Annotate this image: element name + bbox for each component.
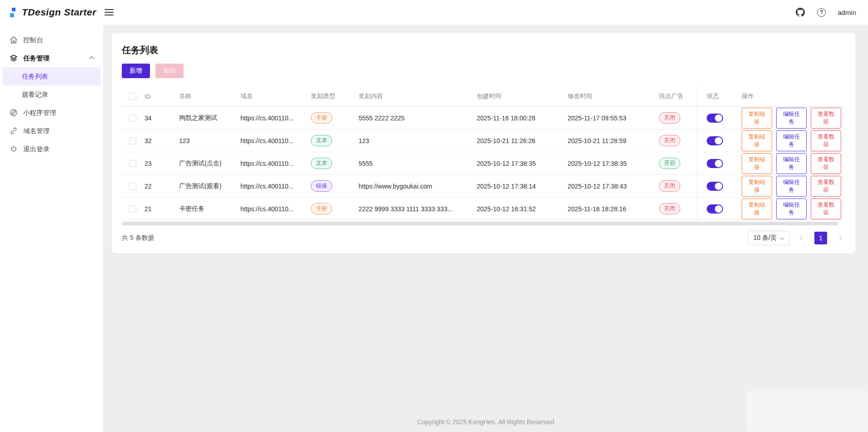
cell-id: 32	[145, 129, 179, 152]
copy-link-button[interactable]: 复制链接	[742, 153, 772, 174]
reward-type-tag: 卡密	[311, 112, 332, 123]
force-ad-tag: 关闭	[659, 112, 680, 123]
col-name: 名称	[179, 86, 240, 106]
page-number-button[interactable]: 1	[814, 232, 827, 244]
cell-modified: 2025-11-18 18:28:16	[568, 198, 659, 220]
chevron-right-icon	[837, 235, 842, 240]
edit-task-button[interactable]: 编辑任务	[776, 199, 807, 219]
collapse-menu-icon[interactable]	[105, 9, 114, 15]
table-row: 32 123 https://cs.400110... 文本 123 2025-…	[122, 129, 845, 152]
chevron-left-icon	[799, 235, 804, 240]
cell-name: 广告测试(点击)	[179, 152, 240, 174]
cell-id: 22	[145, 175, 179, 197]
view-data-button[interactable]: 查看数据	[811, 108, 841, 129]
view-data-button[interactable]: 查看数据	[811, 176, 841, 197]
github-icon[interactable]	[795, 7, 805, 17]
sidebar-item-watch-records[interactable]: 观看记录	[3, 85, 100, 104]
col-actions: 操作	[742, 86, 845, 106]
total-count: 共 5 条数据	[122, 234, 155, 242]
force-ad-tag: 关闭	[659, 180, 680, 191]
cell-created: 2025-10-12 17:38:35	[477, 152, 568, 174]
chevron-up-icon	[89, 56, 94, 61]
sidebar-item-label: 小程序管理	[23, 109, 56, 117]
toolbar: 新增 删除	[122, 64, 845, 78]
pagination-bar: 共 5 条数据 10 条/页 1	[122, 231, 845, 245]
view-data-button[interactable]: 查看数据	[811, 153, 841, 174]
sidebar-item-miniprogram[interactable]: 小程序管理	[0, 104, 103, 122]
row-checkbox[interactable]	[129, 114, 136, 122]
copy-link-button[interactable]: 复制链接	[742, 176, 772, 197]
cell-created: 2025-10-12 16:31:52	[477, 198, 568, 220]
page-size-value: 10 条/页	[753, 234, 777, 242]
view-data-button[interactable]: 查看数据	[811, 199, 841, 219]
status-switch[interactable]	[707, 182, 723, 191]
screenshot-artifact-overlay	[746, 391, 868, 432]
edit-task-button[interactable]: 编辑任务	[776, 176, 807, 197]
copy-link-button[interactable]: 复制链接	[742, 199, 772, 219]
cell-domain: https://cs.400110...	[240, 175, 311, 197]
table-row: 23 广告测试(点击) https://cs.400110... 文本 5555…	[122, 152, 845, 175]
logo-mark-icon	[9, 6, 16, 18]
add-button[interactable]: 新增	[122, 64, 150, 78]
status-switch[interactable]	[707, 114, 723, 123]
cell-reward-content: 123	[359, 129, 477, 152]
layers-icon	[10, 54, 18, 62]
table-horizontal-scrollbar[interactable]	[122, 222, 845, 225]
table-row: 22 广告测试(观看) https://cs.400110... 链接 http…	[122, 175, 845, 198]
row-checkbox[interactable]	[129, 183, 136, 190]
sidebar-item-domain[interactable]: 域名管理	[0, 122, 103, 140]
view-data-button[interactable]: 查看数据	[811, 130, 841, 151]
row-checkbox[interactable]	[129, 205, 136, 213]
page-size-select[interactable]: 10 条/页	[748, 231, 790, 245]
col-reward-content: 奖励内容	[359, 86, 477, 106]
force-ad-tag: 关闭	[659, 135, 680, 146]
sidebar-item-label: 控制台	[23, 36, 43, 45]
cell-modified: 2025-10-12 17:38:35	[568, 152, 659, 174]
cell-modified: 2025-10-12 17:38:43	[568, 175, 659, 197]
status-switch[interactable]	[707, 159, 723, 168]
logo[interactable]: TDesign Starter	[9, 6, 96, 18]
cell-id: 34	[145, 107, 179, 129]
col-force-ad: 强点广告	[659, 86, 697, 106]
delete-button[interactable]: 删除	[155, 64, 184, 78]
next-page-button[interactable]	[833, 232, 845, 244]
sidebar-item-task-list[interactable]: 任务列表	[3, 67, 100, 85]
copy-link-button[interactable]: 复制链接	[742, 130, 772, 151]
sidebar: 控制台 任务管理 任务列表 观看记录 小程序管理 域名管理 退出登录	[0, 25, 103, 432]
cell-name: 狗凯之家测试	[179, 107, 240, 129]
cell-created: 2025-10-21 11:26:26	[477, 129, 568, 152]
edit-task-button[interactable]: 编辑任务	[776, 108, 807, 129]
cell-name: 卡密任务	[179, 198, 240, 220]
select-all-checkbox[interactable]	[129, 93, 136, 100]
cell-created: 2025-11-16 18:00:28	[477, 107, 568, 129]
user-menu[interactable]: admin	[838, 9, 856, 16]
top-header: TDesign Starter ? admin	[0, 0, 868, 25]
col-status: 状态	[697, 86, 742, 106]
status-switch[interactable]	[707, 204, 723, 214]
cell-modified: 2025-10-21 11:28:59	[568, 129, 659, 152]
cell-name: 123	[179, 129, 240, 152]
sidebar-item-console[interactable]: 控制台	[0, 31, 103, 49]
help-icon[interactable]: ?	[817, 8, 826, 17]
internet-link-icon	[10, 109, 18, 117]
link-icon	[10, 127, 18, 135]
sidebar-item-logout[interactable]: 退出登录	[0, 140, 103, 158]
cell-reward-content: 2222 9999 3333 1111 3333 333...	[359, 198, 477, 220]
cell-name: 广告测试(观看)	[179, 175, 240, 197]
status-switch[interactable]	[707, 136, 723, 145]
cell-domain: https://cs.400110...	[240, 129, 311, 152]
cell-created: 2025-10-12 17:38:14	[477, 175, 568, 197]
copy-link-button[interactable]: 复制链接	[742, 108, 772, 129]
force-ad-tag: 关闭	[659, 203, 680, 214]
cell-reward-content: 5555 2222 2225	[359, 107, 477, 129]
prev-page-button[interactable]	[796, 232, 808, 244]
table-row: 34 狗凯之家测试 https://cs.400110... 卡密 5555 2…	[122, 107, 845, 129]
task-table: ID 名称 域名 奖励类型 奖励内容 创建时间 修改时间 强点广告 状态 操作 …	[122, 86, 845, 225]
edit-task-button[interactable]: 编辑任务	[776, 153, 807, 174]
sidebar-item-task-mgmt[interactable]: 任务管理	[0, 49, 103, 67]
reward-type-tag: 文本	[311, 158, 332, 169]
row-checkbox[interactable]	[129, 137, 136, 144]
col-domain: 域名	[240, 86, 311, 106]
edit-task-button[interactable]: 编辑任务	[776, 130, 807, 151]
row-checkbox[interactable]	[129, 160, 136, 167]
